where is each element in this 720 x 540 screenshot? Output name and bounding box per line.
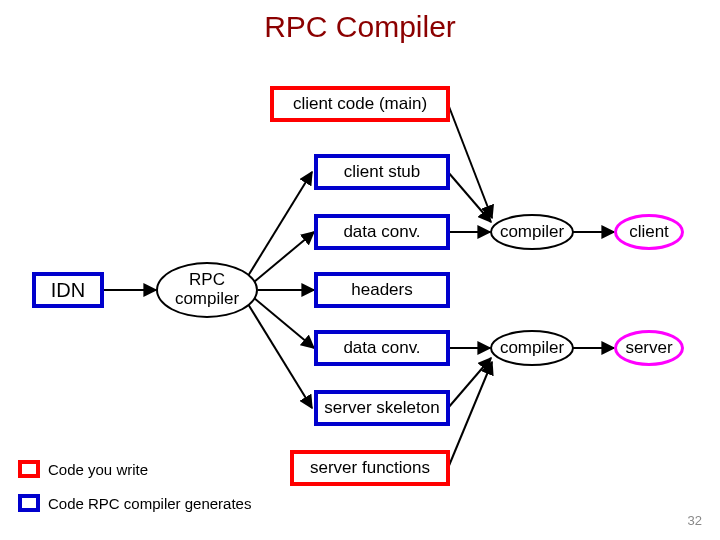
svg-line-7 [448, 172, 491, 222]
ellipse-compiler-2: compiler [490, 330, 574, 366]
box-idn: IDN [32, 272, 104, 308]
box-client-code: client code (main) [270, 86, 450, 122]
box-client-stub: client stub [314, 154, 450, 190]
legend-text-you-write: Code you write [48, 461, 148, 478]
ellipse-server: server [614, 330, 684, 366]
ellipse-client: client [614, 214, 684, 250]
box-data-conv-1: data conv. [314, 214, 450, 250]
slide-title: RPC Compiler [0, 10, 720, 44]
svg-line-6 [448, 104, 492, 218]
page-number: 32 [688, 513, 702, 528]
ellipse-compiler-1: compiler [490, 214, 574, 250]
svg-line-2 [254, 232, 314, 282]
ellipse-rpc-compiler: RPC compiler [156, 262, 258, 318]
svg-line-11 [448, 362, 492, 468]
legend-swatch-red [18, 460, 40, 478]
box-data-conv-2: data conv. [314, 330, 450, 366]
svg-line-4 [254, 298, 314, 348]
svg-line-1 [248, 172, 312, 276]
box-headers: headers [314, 272, 450, 308]
legend-swatch-blue [18, 494, 40, 512]
svg-line-5 [248, 304, 312, 408]
legend-text-generates: Code RPC compiler generates [48, 495, 251, 512]
box-server-skeleton: server skeleton [314, 390, 450, 426]
svg-line-10 [448, 358, 491, 408]
box-server-functions: server functions [290, 450, 450, 486]
